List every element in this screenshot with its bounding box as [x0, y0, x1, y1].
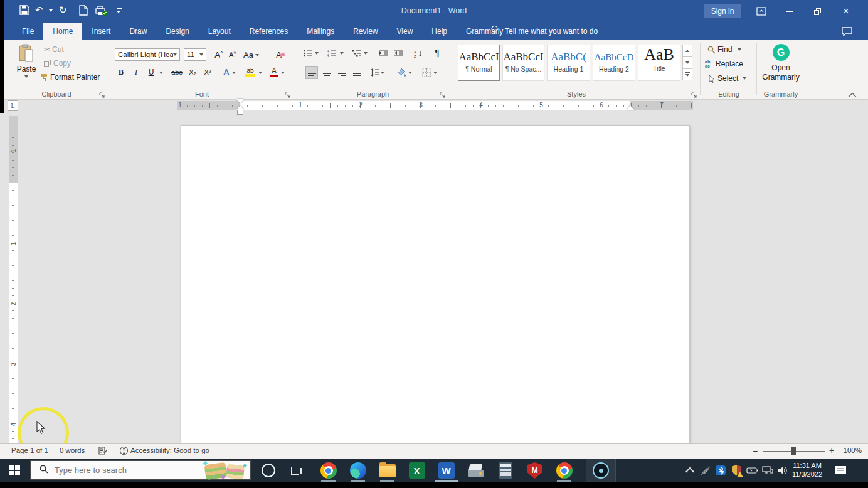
highlight-dropdown-icon[interactable]: [258, 72, 262, 74]
style-heading-1[interactable]: AaBbC( Heading 1: [547, 45, 590, 81]
tab-file[interactable]: File: [13, 23, 43, 40]
grow-font-button[interactable]: A˄: [213, 49, 225, 60]
tray-network-icon[interactable]: [761, 459, 775, 482]
text-effects-button[interactable]: A: [221, 66, 232, 78]
hanging-indent-marker[interactable]: [236, 105, 244, 110]
italic-button[interactable]: I: [130, 66, 142, 78]
tray-battery-icon[interactable]: [745, 459, 760, 482]
vertical-ruler[interactable]: 1 1 2 3 4: [9, 116, 18, 443]
collapse-ribbon-icon[interactable]: [848, 89, 857, 100]
taskbar-search[interactable]: [30, 460, 251, 480]
document-page[interactable]: [181, 125, 690, 443]
tab-insert[interactable]: Insert: [82, 23, 120, 40]
subscript-button[interactable]: X₂: [187, 66, 198, 78]
zoom-level[interactable]: 100%: [839, 447, 862, 454]
tab-stop-selector[interactable]: L: [8, 100, 18, 111]
styles-gallery-more-icon[interactable]: [682, 68, 692, 80]
tab-mailings[interactable]: Mailings: [297, 23, 344, 40]
find-button[interactable]: Find: [707, 45, 741, 54]
tab-review[interactable]: Review: [344, 23, 387, 40]
replace-button[interactable]: abac Replace: [705, 60, 743, 68]
tray-clock[interactable]: 11:31 AM 11/3/2022: [789, 461, 825, 479]
first-line-indent-marker[interactable]: [236, 99, 244, 103]
bold-button[interactable]: B: [115, 66, 127, 78]
tray-pen-muted-icon[interactable]: [699, 459, 712, 482]
bullets-dropdown-icon[interactable]: [315, 52, 319, 55]
font-dialog-launcher-icon[interactable]: [285, 90, 292, 97]
font-color-button[interactable]: A: [268, 66, 280, 78]
tab-view[interactable]: View: [388, 23, 423, 40]
multilevel-list-button[interactable]: [351, 48, 363, 59]
taskbar-screen-recorder[interactable]: [586, 459, 616, 482]
word-count[interactable]: 0 words: [60, 447, 85, 454]
proofing-status-icon[interactable]: [98, 446, 107, 457]
feedback-icon[interactable]: [842, 27, 852, 39]
zoom-in-button[interactable]: +: [829, 445, 834, 455]
sign-in-button[interactable]: Sign in: [704, 4, 741, 18]
shrink-font-button[interactable]: A˅: [227, 49, 238, 60]
close-button[interactable]: ×: [839, 6, 853, 17]
shading-dropdown-icon[interactable]: [408, 72, 412, 74]
align-center-button[interactable]: [320, 66, 333, 79]
show-paragraph-marks-button[interactable]: ¶: [431, 47, 443, 58]
change-case-button[interactable]: Aa: [243, 50, 259, 60]
accessibility-icon[interactable]: [119, 446, 129, 457]
paste-button[interactable]: Paste: [14, 44, 39, 78]
taskbar-word[interactable]: W: [431, 459, 461, 482]
font-size-combo[interactable]: 11: [184, 48, 206, 61]
horizontal-ruler[interactable]: 1 1 2 3 4 5 6 7: [177, 101, 693, 110]
tray-security-shield-icon[interactable]: [729, 459, 743, 482]
justify-button[interactable]: [351, 66, 363, 79]
clipboard-dialog-launcher-icon[interactable]: [99, 90, 107, 97]
taskbar-mcafee[interactable]: M: [520, 459, 549, 482]
borders-button[interactable]: [421, 66, 432, 78]
font-color-dropdown-icon[interactable]: [281, 72, 285, 74]
taskbar-scanner-app[interactable]: [461, 459, 490, 482]
tab-references[interactable]: References: [240, 23, 297, 40]
tell-me-box[interactable]: Tell me what you want to do: [490, 23, 598, 40]
bullets-button[interactable]: [302, 48, 314, 59]
taskbar-file-explorer[interactable]: [373, 459, 402, 482]
superscript-button[interactable]: X²: [202, 66, 213, 78]
format-painter-button[interactable]: Format Painter: [40, 73, 100, 82]
search-highlights-image[interactable]: [204, 462, 248, 479]
minimize-button[interactable]: [783, 6, 797, 17]
sort-button[interactable]: AZ: [413, 48, 424, 59]
select-button[interactable]: Select: [709, 74, 746, 83]
styles-dialog-launcher-icon[interactable]: [691, 90, 699, 97]
style-heading-2[interactable]: AaBbCcD Heading 2: [593, 45, 635, 81]
text-effects-dropdown-icon[interactable]: [232, 72, 236, 74]
line-spacing-button[interactable]: [369, 66, 381, 78]
tab-layout[interactable]: Layout: [199, 23, 240, 40]
page-indicator[interactable]: Page 1 of 1: [11, 447, 48, 454]
paste-dropdown-icon[interactable]: [24, 75, 28, 78]
style-normal[interactable]: AaBbCcI ¶ Normal: [458, 45, 500, 81]
taskbar-chrome-2[interactable]: [549, 459, 579, 482]
zoom-out-button[interactable]: −: [753, 446, 758, 456]
task-view-button[interactable]: [282, 459, 311, 482]
tab-help[interactable]: Help: [422, 23, 457, 40]
accessibility-status[interactable]: Accessibility: Good to go: [130, 447, 209, 454]
taskbar-excel[interactable]: X: [402, 459, 431, 482]
tray-volume-icon[interactable]: [776, 459, 790, 482]
borders-dropdown-icon[interactable]: [433, 72, 437, 74]
styles-scroll-down-icon[interactable]: [682, 56, 692, 68]
increase-indent-button[interactable]: [393, 48, 404, 59]
start-button[interactable]: [0, 459, 29, 482]
align-left-button[interactable]: [305, 66, 318, 79]
align-right-button[interactable]: [336, 66, 348, 79]
style-title[interactable]: AaB Title: [638, 45, 680, 81]
line-spacing-dropdown-icon[interactable]: [381, 72, 384, 74]
tab-design[interactable]: Design: [156, 23, 198, 40]
numbering-button[interactable]: 123: [326, 48, 337, 59]
paragraph-dialog-launcher-icon[interactable]: [440, 90, 447, 97]
decrease-indent-button[interactable]: [378, 48, 389, 59]
right-indent-marker[interactable]: [627, 105, 634, 110]
font-name-combo[interactable]: Calibri Light (Hea: [115, 48, 180, 61]
strikethrough-button[interactable]: abc: [169, 66, 184, 78]
taskbar-chrome[interactable]: [314, 459, 343, 482]
tray-overflow-chevron-icon[interactable]: [684, 459, 696, 482]
numbering-dropdown-icon[interactable]: [340, 52, 344, 55]
underline-button[interactable]: U: [146, 66, 157, 78]
zoom-slider-thumb[interactable]: [791, 447, 796, 455]
